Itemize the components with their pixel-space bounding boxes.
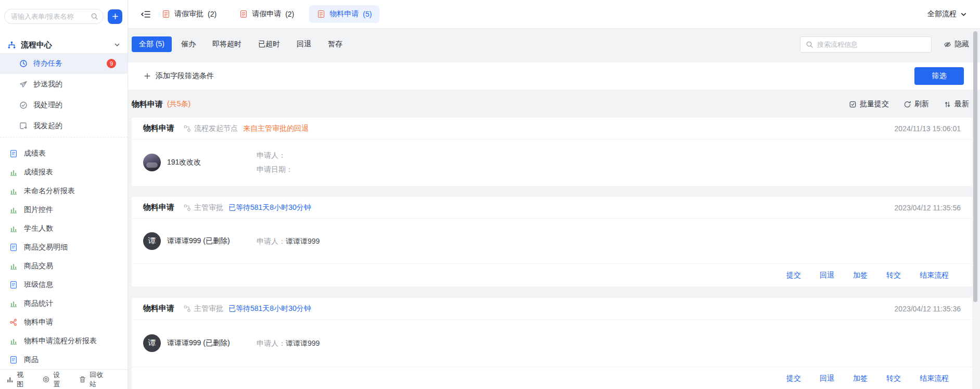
bar-chart-icon bbox=[9, 168, 18, 177]
card-fields: 申请人： 申请日期： bbox=[257, 148, 293, 177]
add-form-button[interactable] bbox=[108, 9, 122, 24]
process-card[interactable]: 物料申请 主管审批 已等待581天8小时30分钟 2023/04/12 11:3… bbox=[132, 298, 972, 389]
refresh-button[interactable]: 刷新 bbox=[903, 99, 929, 109]
sidebar-item-report[interactable]: 商品统计 bbox=[0, 294, 128, 313]
form-doc-icon bbox=[9, 356, 18, 364]
sidebar-item-form[interactable]: 班级信息 bbox=[0, 275, 128, 294]
card-fields: 申请人：谭谭谭999 bbox=[257, 336, 320, 350]
tab-leave-request[interactable]: 请假申请 (2) bbox=[232, 5, 302, 23]
sidebar-item-label: 我处理的 bbox=[33, 101, 62, 110]
filter-pill-timed-out[interactable]: 已超时 bbox=[258, 36, 280, 52]
sidebar-item-label: 图片控件 bbox=[24, 205, 53, 215]
sidebar-item-form[interactable]: 商品 bbox=[0, 350, 128, 369]
filter-button[interactable]: 筛选 bbox=[914, 67, 964, 85]
end-process-action[interactable]: 结束流程 bbox=[920, 271, 949, 280]
sidebar-item-todo-tasks[interactable]: 待办任务 9 bbox=[0, 53, 128, 74]
view-chart-icon bbox=[6, 376, 14, 383]
filter-pill-urge[interactable]: 催办 bbox=[181, 36, 196, 52]
tab-material-request[interactable]: 物料申请 (5) bbox=[309, 5, 379, 23]
card-status: 已等待581天8小时30分钟 bbox=[228, 304, 311, 313]
views-button[interactable]: 视图 bbox=[6, 370, 28, 389]
card-body: 191改改改 申请人： 申请日期： bbox=[132, 140, 972, 185]
open-tabs: 请假审批 (2) 请假申请 (2) 物料申请 (5) bbox=[154, 5, 379, 23]
sidebar-item-report[interactable]: 学生人数 bbox=[0, 219, 128, 238]
sidebar-item-cc-to-me[interactable]: 抄送我的 bbox=[0, 74, 128, 95]
hide-toggle[interactable]: 隐藏 bbox=[944, 40, 969, 49]
settings-button[interactable]: 设置 bbox=[42, 370, 64, 389]
transfer-action[interactable]: 转交 bbox=[886, 374, 901, 383]
sidebar-item-report[interactable]: 商品交易 bbox=[0, 257, 128, 275]
sidebar-item-label: 物料申请 bbox=[24, 318, 53, 327]
chevron-down-icon bbox=[960, 11, 967, 18]
return-action[interactable]: 回退 bbox=[820, 271, 834, 280]
sort-latest-button[interactable]: 最新 bbox=[944, 99, 969, 109]
filter-pill-draft[interactable]: 暂存 bbox=[328, 36, 342, 52]
sidebar: 流程中心 待办任务 9 抄送我的 我处理的 我发起的 成绩表 成绩报表 bbox=[0, 0, 128, 389]
add-sign-action[interactable]: 加签 bbox=[853, 374, 868, 383]
flow-form-icon bbox=[9, 318, 18, 327]
sidebar-item-label: 成绩表 bbox=[24, 149, 46, 158]
flow-node-icon bbox=[184, 305, 191, 312]
card-header: 物料申请 主管审批 已等待581天8小时30分钟 2023/04/12 11:3… bbox=[132, 197, 972, 219]
sidebar-item-flow-form[interactable]: 物料申请 bbox=[0, 313, 128, 332]
form-doc-icon bbox=[9, 281, 18, 289]
add-sign-action[interactable]: 加签 bbox=[853, 271, 868, 280]
return-action[interactable]: 回退 bbox=[820, 374, 834, 383]
process-search-input[interactable] bbox=[817, 41, 926, 48]
transfer-action[interactable]: 转交 bbox=[886, 271, 901, 280]
process-card[interactable]: 物料申请 主管审批 已等待581天8小时30分钟 2023/04/12 11:3… bbox=[132, 197, 972, 286]
card-status: 已等待581天8小时30分钟 bbox=[228, 203, 311, 212]
flow-scope-dropdown[interactable]: 全部流程 bbox=[927, 9, 967, 19]
trash-icon bbox=[79, 375, 86, 383]
sidebar-item-report[interactable]: 物料申请流程分析报表 bbox=[0, 332, 128, 350]
sidebar-search-input[interactable] bbox=[4, 9, 104, 24]
sidebar-section-process-center[interactable]: 流程中心 bbox=[0, 35, 128, 54]
field-label: 申请人： bbox=[257, 151, 286, 159]
sidebar-item-form[interactable]: 商品交易明细 bbox=[0, 238, 128, 257]
sidebar-divider bbox=[0, 137, 128, 137]
flow-node-icon bbox=[184, 125, 191, 132]
plus-icon bbox=[144, 72, 151, 80]
sidebar-item-form[interactable]: 成绩表 bbox=[0, 144, 128, 163]
scrollbar-thumb[interactable] bbox=[973, 31, 977, 302]
add-field-filter-button[interactable]: 添加字段筛选条件 bbox=[144, 71, 214, 81]
filter-pill-returned[interactable]: 回退 bbox=[297, 36, 311, 52]
sidebar-item-label: 商品统计 bbox=[24, 299, 53, 308]
card-node-name: 主管审批 bbox=[194, 203, 223, 212]
batch-submit-button[interactable]: 批量提交 bbox=[849, 99, 889, 109]
sidebar-item-report[interactable]: 图片控件 bbox=[0, 200, 128, 219]
sidebar-item-report[interactable]: 成绩报表 bbox=[0, 163, 128, 182]
process-card[interactable]: 物料申请 流程发起节点 来自主管审批的回退 2024/11/13 15:06:0… bbox=[132, 118, 972, 186]
card-field: 申请人： bbox=[257, 148, 293, 162]
footer-item-label: 视图 bbox=[17, 370, 28, 389]
card-header: 物料申请 主管审批 已等待581天8小时30分钟 2023/04/12 11:3… bbox=[132, 298, 972, 320]
collapse-menu-icon[interactable] bbox=[141, 10, 151, 19]
card-header: 物料申请 流程发起节点 来自主管审批的回退 2024/11/13 15:06:0… bbox=[132, 118, 972, 140]
submit-action[interactable]: 提交 bbox=[786, 271, 801, 280]
card-field: 申请日期： bbox=[257, 162, 293, 177]
filter-pill-all[interactable]: 全部 (5) bbox=[132, 36, 172, 52]
sidebar-item-label: 班级信息 bbox=[24, 280, 53, 290]
end-process-action[interactable]: 结束流程 bbox=[920, 374, 949, 383]
field-value: 谭谭谭999 bbox=[286, 338, 320, 347]
avatar: 谭 bbox=[143, 232, 161, 250]
sidebar-footer: 视图 设置 回收站 bbox=[0, 369, 128, 389]
sidebar-item-report[interactable]: 未命名分析报表 bbox=[0, 182, 128, 200]
recycle-bin-button[interactable]: 回收站 bbox=[79, 370, 107, 389]
submit-action[interactable]: 提交 bbox=[786, 374, 801, 383]
field-value: 谭谭谭999 bbox=[286, 236, 320, 245]
tab-leave-approval[interactable]: 请假审批 (2) bbox=[154, 5, 224, 23]
plus-icon bbox=[111, 12, 119, 20]
chevron-down-icon[interactable] bbox=[114, 42, 120, 48]
bar-chart-icon bbox=[9, 187, 18, 195]
field-label: 申请日期： bbox=[257, 165, 293, 173]
footer-item-label: 回收站 bbox=[90, 370, 107, 389]
sidebar-item-started-by-me[interactable]: 我发起的 bbox=[0, 116, 128, 136]
gear-icon bbox=[42, 375, 50, 383]
paper-plane-icon bbox=[19, 80, 28, 89]
sidebar-section-label: 流程中心 bbox=[21, 40, 109, 50]
sidebar-search-row bbox=[4, 9, 122, 24]
bar-chart-icon bbox=[9, 224, 18, 233]
filter-pill-about-to-timeout[interactable]: 即将超时 bbox=[212, 36, 241, 52]
sidebar-item-handled-by-me[interactable]: 我处理的 bbox=[0, 95, 128, 116]
